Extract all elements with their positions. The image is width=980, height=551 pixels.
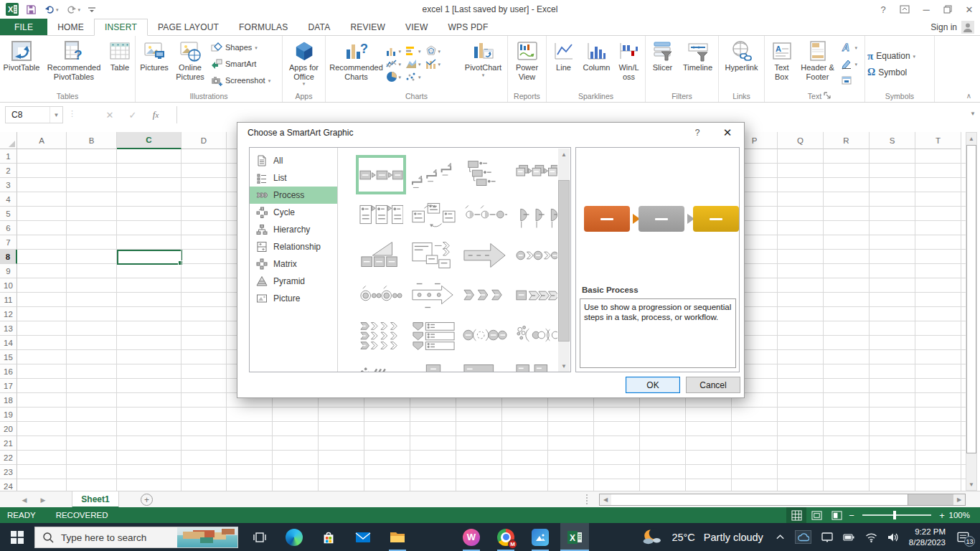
collapse-ribbon-button[interactable]: ∧ bbox=[966, 92, 971, 100]
smartart-category[interactable]: Picture bbox=[250, 290, 337, 307]
undo-dropdown-icon[interactable]: ▾ bbox=[56, 7, 59, 12]
zoom-out-button[interactable]: − bbox=[847, 510, 857, 521]
column-header[interactable]: T bbox=[915, 132, 961, 149]
ribbon-tab[interactable]: WPS PDF bbox=[438, 19, 498, 35]
smartart-gallery-item[interactable] bbox=[408, 276, 458, 315]
ribbon-tab[interactable]: REVIEW bbox=[340, 19, 395, 35]
file-explorer-icon[interactable] bbox=[383, 523, 412, 551]
smartart-gallery-item[interactable] bbox=[356, 195, 406, 235]
ribbon-tab[interactable]: HOME bbox=[47, 19, 94, 35]
row-header[interactable]: 10 bbox=[0, 278, 17, 293]
name-box[interactable]: C8▼ bbox=[5, 106, 63, 123]
row-header[interactable]: 16 bbox=[0, 364, 17, 379]
apps-for-office-button[interactable]: Apps for Office▾ bbox=[284, 37, 324, 90]
pie-chart-button[interactable]: ▾ bbox=[386, 71, 402, 83]
scroll-down-icon[interactable]: ▼ bbox=[966, 479, 976, 490]
equation-button[interactable]: πEquation▾ bbox=[865, 48, 918, 65]
smartart-category[interactable]: List bbox=[250, 169, 337, 187]
row-header[interactable]: 8 bbox=[0, 250, 17, 264]
task-view-button[interactable] bbox=[245, 523, 274, 551]
gallery-scrollbar[interactable]: ▲ ▼ bbox=[558, 149, 570, 372]
weather-icon[interactable] bbox=[642, 527, 662, 547]
smartart-category[interactable]: Pyramid bbox=[250, 273, 337, 290]
smartart-gallery-item[interactable] bbox=[408, 316, 458, 355]
wireless-display-icon[interactable] bbox=[821, 532, 833, 542]
dialog-close-icon[interactable]: ✕ bbox=[718, 126, 737, 140]
notification-center-icon[interactable]: 13 bbox=[957, 531, 970, 543]
column-header[interactable]: D bbox=[182, 132, 227, 149]
ribbon-tab[interactable]: VIEW bbox=[395, 19, 438, 35]
row-header[interactable]: 14 bbox=[0, 336, 17, 350]
hyperlink-button[interactable]: Hyperlink bbox=[720, 37, 764, 90]
horizontal-scrollbar[interactable]: ◀ ▶ bbox=[599, 494, 966, 506]
sign-in[interactable]: Sign in bbox=[930, 19, 974, 36]
microsoft-store-icon[interactable] bbox=[314, 523, 343, 551]
formula-input[interactable] bbox=[176, 106, 961, 123]
row-header[interactable]: 20 bbox=[0, 422, 17, 436]
smartart-gallery-item[interactable] bbox=[512, 235, 558, 275]
row-header[interactable]: 5 bbox=[0, 207, 17, 221]
page-break-view-button[interactable] bbox=[826, 507, 847, 523]
gallery-scroll-thumb[interactable] bbox=[558, 180, 570, 342]
ribbon-tab[interactable]: FORMULAS bbox=[229, 19, 298, 35]
column-header[interactable]: Q bbox=[778, 132, 824, 149]
row-header[interactable]: 15 bbox=[0, 350, 17, 364]
restore-button[interactable] bbox=[937, 0, 958, 19]
column-header[interactable]: C bbox=[117, 132, 182, 149]
slicer-button[interactable]: Slicer bbox=[647, 37, 679, 90]
column-header[interactable]: S bbox=[870, 132, 915, 149]
row-header[interactable]: 19 bbox=[0, 408, 17, 422]
edge-icon[interactable] bbox=[280, 523, 308, 551]
mail-icon[interactable] bbox=[349, 523, 377, 551]
power-view-button[interactable]: Power View bbox=[509, 37, 545, 90]
row-header[interactable]: 2 bbox=[0, 164, 17, 178]
ribbon-tab[interactable]: PAGE LAYOUT bbox=[148, 19, 229, 35]
symbol-button[interactable]: ΩSymbol bbox=[865, 65, 909, 81]
row-header[interactable]: 11 bbox=[0, 293, 17, 307]
minimize-button[interactable]: ─ bbox=[915, 0, 937, 19]
line-chart-button[interactable]: ▾ bbox=[386, 58, 402, 70]
zoom-level[interactable]: 100% bbox=[947, 511, 980, 519]
smartart-gallery-item[interactable] bbox=[408, 195, 458, 235]
excel-taskbar-icon[interactable]: X bbox=[560, 523, 589, 551]
taskbar-search-input[interactable]: Type here to search bbox=[34, 527, 238, 548]
formula-bar-expand-icon[interactable]: ▼ bbox=[970, 110, 976, 117]
row-header[interactable]: 1 bbox=[0, 149, 17, 164]
smartart-gallery-item[interactable] bbox=[512, 155, 558, 194]
ribbon-tab[interactable]: INSERT bbox=[94, 19, 148, 36]
table-button[interactable]: Table bbox=[105, 37, 134, 90]
horizontal-scroll-thumb[interactable] bbox=[611, 494, 908, 505]
search-box-daily-image[interactable] bbox=[177, 527, 237, 547]
photos-icon[interactable] bbox=[526, 523, 555, 551]
gallery-scroll-down-icon[interactable]: ▼ bbox=[558, 360, 570, 372]
sheet-nav-left-icon[interactable]: ◀ bbox=[16, 491, 33, 508]
screenshot-button[interactable]: Screenshot▾ bbox=[209, 72, 281, 89]
pivottable-button[interactable]: PivotTable bbox=[1, 37, 42, 90]
smartart-gallery-item[interactable] bbox=[512, 276, 558, 315]
weather-temperature[interactable]: 25°C bbox=[672, 532, 694, 543]
bar-chart-button[interactable]: ▾ bbox=[405, 45, 421, 57]
pictures-button[interactable]: Pictures bbox=[137, 37, 171, 90]
column-header[interactable]: B bbox=[67, 132, 117, 149]
sheet-tab-sheet1[interactable]: Sheet1 bbox=[72, 491, 119, 508]
column-header[interactable]: R bbox=[824, 132, 870, 149]
smartart-category[interactable]: Matrix bbox=[250, 255, 337, 273]
enter-entry-icon[interactable]: ✓ bbox=[123, 106, 142, 123]
save-button[interactable] bbox=[26, 4, 37, 15]
smartart-button[interactable]: SmartArt bbox=[209, 56, 281, 72]
taskbar-clock[interactable]: 9:22 PM8/28/2023 bbox=[909, 527, 946, 548]
row-header[interactable]: 13 bbox=[0, 321, 17, 336]
smartart-gallery-item[interactable] bbox=[460, 195, 510, 235]
row-header[interactable]: 7 bbox=[0, 235, 17, 250]
show-hidden-icons-chevron[interactable] bbox=[776, 532, 785, 542]
row-header[interactable]: 12 bbox=[0, 307, 17, 321]
smartart-gallery-item[interactable] bbox=[356, 235, 406, 275]
smartart-gallery-item[interactable] bbox=[356, 276, 406, 315]
text-box-button[interactable]: A Text Box bbox=[767, 37, 797, 90]
insert-function-icon[interactable]: fx bbox=[146, 106, 165, 123]
redo-button[interactable]: ▾ bbox=[66, 4, 81, 14]
combo-chart-button[interactable]: ▾ bbox=[425, 58, 441, 70]
select-all-corner[interactable] bbox=[0, 132, 17, 149]
sparkline-winloss-button[interactable]: Win/Loss bbox=[616, 37, 643, 90]
row-header[interactable]: 24 bbox=[0, 479, 17, 491]
